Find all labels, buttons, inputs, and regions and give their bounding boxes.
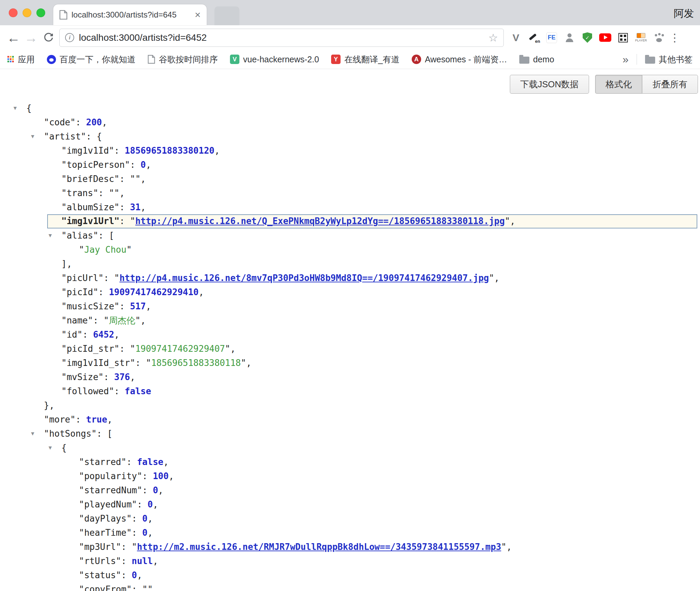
browser-tab[interactable]: localhost:3000/artists?id=645 × <box>53 4 207 25</box>
json-url-link[interactable]: http://p4.music.126.net/8mv7qP30Pd3oHW8b… <box>119 273 489 283</box>
json-line: "dayPlays": 0, <box>0 511 700 526</box>
collapse-toggle-icon[interactable]: ▼ <box>31 427 34 441</box>
new-tab-button[interactable] <box>214 6 239 25</box>
translate-extension-icon[interactable]: en <box>527 31 541 44</box>
download-json-button[interactable]: 下载JSON数据 <box>510 75 589 94</box>
json-line: ▼{ <box>0 101 700 115</box>
other-bookmarks-folder[interactable]: 其他书签 <box>645 54 693 65</box>
shield-extension-icon[interactable]: ✓ <box>581 31 594 44</box>
youtube-extension-icon[interactable] <box>599 31 612 44</box>
json-token: " <box>241 358 246 368</box>
json-token: 6452 <box>93 330 114 340</box>
bookmark-google-sort[interactable]: 谷歌按时间排序 <box>148 54 218 65</box>
browser-toolbar: ← → i localhost:3000/artists?id=6452 ☆ V… <box>0 25 700 50</box>
json-url-link[interactable]: http://p4.music.126.net/Q_ExePNkmqB2yWyL… <box>135 216 505 226</box>
browser-menu-icon[interactable]: ⋮ <box>669 31 680 44</box>
json-token: "more" <box>44 414 76 425</box>
json-line: "trans": "", <box>0 186 700 200</box>
json-token: "mvSize" <box>61 372 104 382</box>
json-token: : <box>126 457 137 467</box>
bookmark-baidu[interactable]: 百度一下，你就知道 <box>47 54 136 65</box>
collapse-toggle-icon[interactable]: ▼ <box>49 441 52 455</box>
json-token: "name" <box>61 315 93 325</box>
json-token: : <box>98 188 109 198</box>
json-token: }, <box>44 400 54 410</box>
qrcode-extension-icon[interactable] <box>616 31 630 44</box>
player-extension-icon[interactable]: PLAYER <box>634 31 648 44</box>
json-token: : <box>132 514 142 524</box>
json-token: " <box>135 315 141 325</box>
json-token: "trans" <box>61 188 98 198</box>
url-input[interactable]: localhost:3000/artists?id=6452 <box>79 32 488 43</box>
json-line: }, <box>0 398 700 412</box>
json-token: " <box>104 315 109 325</box>
minimize-window-button[interactable] <box>23 8 31 17</box>
json-token: : <box>121 542 132 552</box>
json-token: ], <box>61 259 72 269</box>
json-token: , <box>141 174 146 184</box>
json-action-row: 下载JSON数据 格式化 折叠所有 <box>510 75 698 94</box>
json-token: : <box>83 330 93 340</box>
tab-close-icon[interactable]: × <box>195 10 201 20</box>
format-button[interactable]: 格式化 <box>595 75 642 94</box>
bookmarks-overflow-icon[interactable]: » <box>622 53 629 66</box>
bookmark-apps[interactable]: 应用 <box>7 54 35 65</box>
json-token: "picId" <box>61 287 98 297</box>
paw-extension-icon[interactable] <box>652 31 666 44</box>
json-token: , <box>114 330 120 340</box>
json-line: ▼"alias": [ <box>0 228 700 243</box>
json-token: 0 <box>153 485 158 495</box>
close-window-button[interactable] <box>9 8 18 17</box>
bookmark-demo[interactable]: demo <box>519 55 554 64</box>
collapse-toggle-icon[interactable]: ▼ <box>31 129 34 144</box>
json-token: : <box>119 174 130 184</box>
site-info-icon[interactable]: i <box>65 33 74 42</box>
bookmark-star-icon[interactable]: ☆ <box>488 31 498 44</box>
vimium-extension-icon[interactable]: V <box>509 31 523 44</box>
json-token: , <box>146 160 151 170</box>
json-token: , <box>214 146 220 156</box>
json-token: , <box>230 344 236 354</box>
json-token: : <box>114 386 125 396</box>
json-token: , <box>148 514 153 524</box>
json-line: "status": 0, <box>0 568 700 582</box>
json-token: , <box>510 216 516 226</box>
json-line: "Jay Chou" <box>0 243 700 257</box>
json-token: "mp3Url" <box>79 542 121 552</box>
vue-icon: V <box>230 55 239 64</box>
profile-name[interactable]: 阿发 <box>674 7 694 21</box>
collapse-toggle-icon[interactable]: ▼ <box>13 101 17 115</box>
zoom-window-button[interactable] <box>36 8 45 17</box>
json-token: , <box>199 287 204 297</box>
collapse-all-button[interactable]: 折叠所有 <box>642 75 698 94</box>
json-token: " <box>489 273 494 283</box>
json-token: : <box>130 160 141 170</box>
json-token: " <box>146 358 151 368</box>
json-line: "albumSize": 31, <box>0 200 700 214</box>
collapse-toggle-icon[interactable]: ▼ <box>49 228 52 243</box>
json-line: "more": true, <box>0 412 700 427</box>
json-url-link[interactable]: http://m2.music.126.net/RMJR7wDullRqppBk… <box>137 542 501 552</box>
bookmark-youdao-translate[interactable]: Y 在线翻译_有道 <box>331 54 400 65</box>
json-token: " <box>501 542 506 552</box>
json-token: : <box>119 344 130 354</box>
person-extension-icon[interactable] <box>563 31 576 44</box>
back-button[interactable]: ← <box>5 31 22 44</box>
json-token: "dayPlays" <box>79 514 132 524</box>
bookmark-vue-hackernews[interactable]: V vue-hackernews-2.0 <box>230 55 319 64</box>
json-token: " <box>505 216 510 226</box>
json-token: "copyFrom" <box>79 584 132 591</box>
reload-button[interactable] <box>40 32 57 43</box>
fe-extension-icon[interactable]: FE <box>545 31 558 44</box>
bookmark-awesomes[interactable]: A Awesomes - 前端资… <box>412 54 507 65</box>
view-mode-segment: 格式化 折叠所有 <box>595 75 698 94</box>
json-token: "artist" <box>44 131 86 142</box>
json-token: : <box>97 429 107 439</box>
json-line: "playedNum": 0, <box>0 497 700 511</box>
json-token: " <box>130 174 136 184</box>
json-token: null <box>132 556 153 566</box>
json-line: "hearTime": 0, <box>0 526 700 540</box>
omnibox[interactable]: i localhost:3000/artists?id=6452 ☆ <box>59 29 504 47</box>
json-token: { <box>97 131 102 142</box>
json-token: "musicSize" <box>61 301 119 311</box>
